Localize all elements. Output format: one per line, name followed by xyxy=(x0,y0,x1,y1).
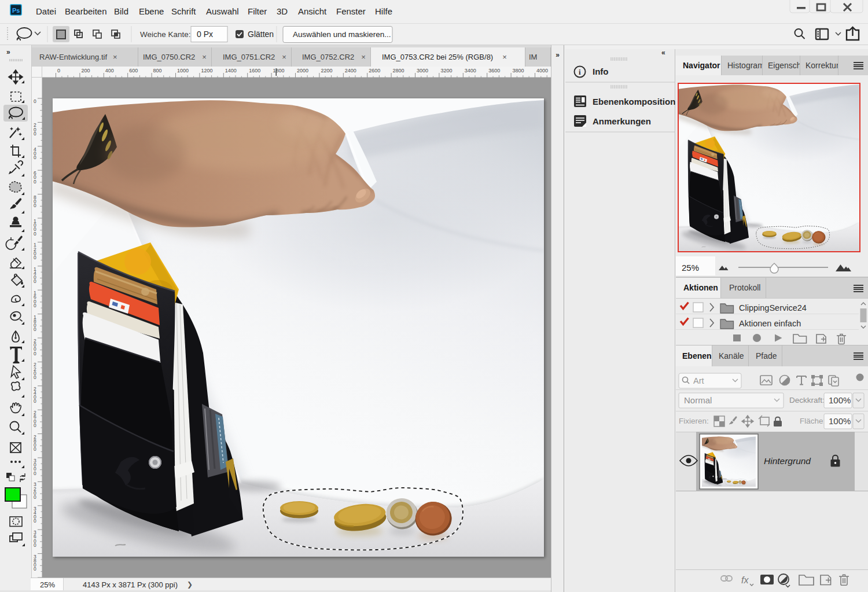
svg-text:0: 0 xyxy=(34,398,36,404)
svg-text:fx: fx xyxy=(741,575,749,585)
svg-text:0: 0 xyxy=(34,179,36,185)
svg-text:4000: 4000 xyxy=(536,68,548,73)
svg-text:0: 0 xyxy=(57,68,60,73)
svg-text:3800: 3800 xyxy=(513,68,524,73)
svg-text:Hintergrund: Hintergrund xyxy=(764,456,811,466)
svg-text:Deckkraft:: Deckkraft: xyxy=(789,396,825,405)
svg-text:0: 0 xyxy=(34,255,36,260)
svg-text:2000: 2000 xyxy=(297,68,308,73)
svg-text:400: 400 xyxy=(105,68,114,73)
svg-text:Aktionen einfach: Aktionen einfach xyxy=(739,319,801,328)
svg-text:Info: Info xyxy=(593,67,609,76)
svg-text:0: 0 xyxy=(34,542,36,548)
svg-text:Fixieren:: Fixieren: xyxy=(679,417,709,425)
svg-text:»: » xyxy=(6,48,10,56)
svg-text:600: 600 xyxy=(129,68,138,73)
svg-text:Art: Art xyxy=(693,376,704,385)
svg-text:0: 0 xyxy=(34,131,36,137)
svg-text:0: 0 xyxy=(34,98,36,104)
svg-text:100%: 100% xyxy=(829,416,851,426)
svg-text:3000: 3000 xyxy=(417,68,428,73)
svg-text:0: 0 xyxy=(34,155,36,160)
svg-text:0: 0 xyxy=(34,470,36,476)
svg-text:0 Px: 0 Px xyxy=(197,30,213,39)
svg-text:0: 0 xyxy=(34,231,36,237)
svg-text:1800: 1800 xyxy=(273,68,285,73)
svg-text:0: 0 xyxy=(34,351,36,356)
svg-text:0: 0 xyxy=(34,203,36,208)
svg-text:25%: 25% xyxy=(682,263,699,273)
svg-text:2200: 2200 xyxy=(321,68,332,73)
svg-text:0: 0 xyxy=(34,494,36,500)
svg-text:2600: 2600 xyxy=(369,68,380,73)
svg-text:Weiche Kante:: Weiche Kante: xyxy=(140,30,191,39)
svg-text:800: 800 xyxy=(153,68,162,73)
svg-text:ClippingService24: ClippingService24 xyxy=(739,303,807,312)
svg-text:Ps: Ps xyxy=(12,7,20,14)
svg-text:1200: 1200 xyxy=(201,68,212,73)
svg-text:0: 0 xyxy=(34,326,36,332)
svg-text:Fläche:: Fläche: xyxy=(800,417,825,425)
svg-text:200: 200 xyxy=(81,68,90,73)
svg-text:3400: 3400 xyxy=(465,68,476,73)
svg-text:1400: 1400 xyxy=(225,68,237,73)
svg-text:100%: 100% xyxy=(829,395,851,405)
svg-text:Auswählen und maskieren...: Auswählen und maskieren... xyxy=(293,30,391,39)
svg-text:Ebenenkomposition: Ebenenkomposition xyxy=(593,97,675,106)
svg-text:0: 0 xyxy=(34,566,36,572)
svg-text:3600: 3600 xyxy=(488,68,500,73)
svg-text:2400: 2400 xyxy=(345,68,356,73)
svg-text:0: 0 xyxy=(34,374,36,380)
svg-text:0: 0 xyxy=(34,303,36,308)
svg-text:0: 0 xyxy=(34,446,36,452)
svg-text:Normal: Normal xyxy=(684,395,712,405)
svg-text:i: i xyxy=(579,68,581,76)
svg-text:3200: 3200 xyxy=(440,68,452,73)
svg-text:Anmerkungen: Anmerkungen xyxy=(593,116,651,126)
svg-text:Glätten: Glätten xyxy=(248,30,274,39)
svg-text:1000: 1000 xyxy=(177,68,189,73)
svg-text:2800: 2800 xyxy=(393,68,404,73)
svg-text:1600: 1600 xyxy=(249,68,260,73)
svg-text:0: 0 xyxy=(34,422,36,428)
svg-text:0: 0 xyxy=(34,278,36,284)
svg-text:0: 0 xyxy=(34,518,36,524)
